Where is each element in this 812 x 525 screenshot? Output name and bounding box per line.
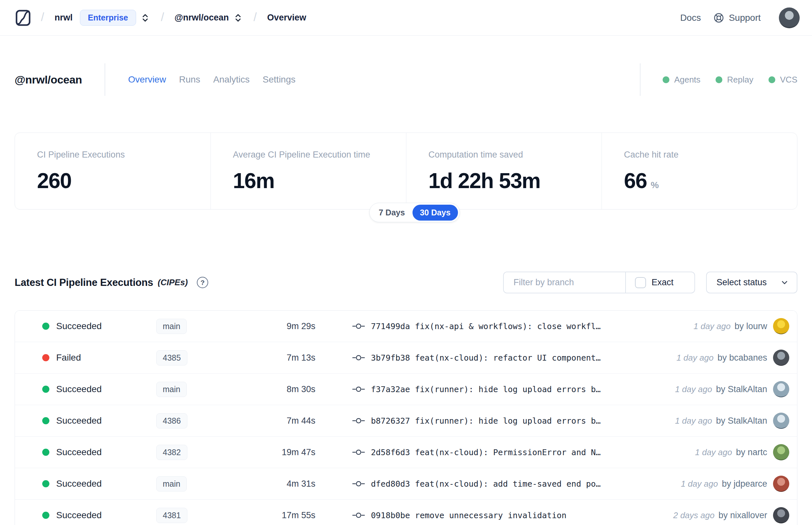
tab-settings[interactable]: Settings — [263, 74, 295, 85]
cipe-row[interactable]: Failed 4385 7m 13s 3b79fb38 feat(nx-clou… — [15, 342, 797, 374]
breadcrumb-page: Overview — [267, 13, 306, 23]
range-30-days-button[interactable]: 30 Days — [413, 205, 458, 221]
branch-badge[interactable]: 4385 — [156, 350, 187, 365]
author: by jdpearce — [722, 479, 767, 489]
breadcrumb-workspace[interactable]: @nrwl/ocean — [174, 13, 229, 23]
workspace-status-agents[interactable]: Agents — [663, 75, 701, 85]
cipe-row[interactable]: Succeeded main 8m 30s f37a32ae fix(runne… — [15, 374, 797, 405]
select-status-dropdown[interactable]: Select status — [706, 272, 797, 294]
branch-filter-input[interactable] — [504, 272, 625, 293]
exact-match-option: Exact — [626, 277, 694, 288]
author-avatar — [773, 444, 789, 460]
time-ago: 1 day ago — [681, 479, 718, 489]
cipe-duration: 4m 31s — [263, 479, 316, 489]
nx-cloud-overview-page: / nrwl Enterprise / @nrwl/ocean / Overvi… — [0, 0, 812, 525]
cipe-commit-cell: b8726327 fix(runner): hide log upload er… — [352, 416, 609, 425]
cipe-commit-cell: f37a32ae fix(runner): hide log upload er… — [352, 385, 609, 394]
select-status-label: Select status — [717, 278, 767, 287]
cipe-table: Succeeded main 9m 29s 771499da fix(nx-ap… — [15, 310, 797, 525]
status-label: Succeeded — [56, 384, 102, 394]
cipe-branch-cell: main — [156, 476, 263, 492]
time-ago: 2 days ago — [673, 510, 715, 521]
status-dot-icon — [42, 386, 49, 393]
cipe-row[interactable]: Succeeded 4382 19m 47s 2d58f6d3 feat(nx-… — [15, 437, 797, 468]
status-label: Succeeded — [56, 479, 102, 489]
cipe-commit-cell: 2d58f6d3 feat(nx-cloud): PermissionError… — [352, 448, 609, 457]
git-commit-icon — [352, 418, 365, 424]
author: by lourw — [734, 321, 767, 331]
author: by nixallover — [718, 510, 767, 521]
stat-value: 66% — [624, 168, 797, 193]
cipe-status-cell: Succeeded — [15, 447, 156, 457]
status-dot-icon — [716, 76, 722, 83]
author-avatar — [773, 476, 789, 492]
org-switcher-button[interactable] — [141, 12, 150, 24]
time-ago: 1 day ago — [693, 321, 731, 331]
status-label: Failed — [56, 352, 81, 363]
stat-computation-time-saved: Computation time saved 1d 22h 53m — [406, 133, 601, 209]
cipe-status-cell: Failed — [15, 352, 156, 363]
workspace-bar: @nrwl/ocean OverviewRunsAnalyticsSetting… — [0, 63, 812, 96]
status-dot-icon — [42, 417, 49, 424]
cipe-meta-cell: 1 day ago by bcabanes — [677, 349, 797, 366]
tab-analytics[interactable]: Analytics — [213, 74, 250, 85]
range-7-days-button[interactable]: 7 Days — [371, 205, 413, 221]
workspace-status-label: VCS — [780, 75, 797, 85]
branch-badge[interactable]: 4382 — [156, 445, 187, 460]
tab-runs[interactable]: Runs — [179, 74, 200, 85]
exact-checkbox[interactable] — [635, 277, 646, 288]
branch-badge[interactable]: main — [156, 319, 187, 334]
cipe-row[interactable]: Succeeded main 9m 29s 771499da fix(nx-ap… — [15, 311, 797, 342]
stat-label: Cache hit rate — [624, 150, 797, 160]
cipe-duration: 8m 30s — [263, 384, 316, 394]
author: by StalkAltan — [716, 384, 767, 394]
workspace-status-vcs[interactable]: VCS — [768, 75, 797, 85]
nx-cloud-logo[interactable] — [16, 10, 31, 26]
cipe-status-cell: Succeeded — [15, 510, 156, 521]
git-commit-icon — [352, 512, 365, 519]
cipe-status-cell: Succeeded — [15, 321, 156, 331]
commit-message: 3b79fb38 feat(nx-cloud): refactor UI com… — [371, 353, 600, 363]
cipe-commit-cell: dfed80d3 feat(nx-cloud): add time-saved … — [352, 479, 609, 489]
breadcrumb-separator: / — [41, 10, 44, 24]
stat-value: 16m — [233, 168, 406, 193]
cipe-row[interactable]: Succeeded 4381 17m 55s 0918b0be remove u… — [15, 500, 797, 525]
commit-message: 0918b0be remove unnecessary invalidation — [371, 511, 566, 520]
status-dot-icon — [42, 354, 49, 361]
support-label: Support — [729, 13, 761, 23]
time-ago: 1 day ago — [675, 384, 712, 394]
tab-overview[interactable]: Overview — [128, 74, 166, 85]
user-avatar[interactable] — [779, 7, 800, 28]
unfold-more-icon — [233, 12, 243, 24]
author-avatar — [773, 507, 789, 523]
workspace-status-replay[interactable]: Replay — [716, 75, 753, 85]
docs-link[interactable]: Docs — [680, 13, 701, 23]
git-commit-icon — [352, 449, 365, 455]
workspace-tabs: OverviewRunsAnalyticsSettings — [128, 74, 295, 85]
cipe-row[interactable]: Succeeded 4386 7m 44s b8726327 fix(runne… — [15, 405, 797, 437]
branch-badge[interactable]: 4386 — [156, 413, 187, 429]
breadcrumb-org[interactable]: nrwl — [55, 13, 73, 23]
help-icon[interactable]: ? — [197, 277, 208, 288]
stat-label: Average CI Pipeline Execution time — [233, 150, 406, 160]
cipe-meta-cell: 1 day ago by nartc — [695, 444, 797, 460]
workspace-switcher-button[interactable] — [233, 12, 243, 24]
branch-badge[interactable]: main — [156, 382, 187, 397]
divider — [640, 63, 641, 96]
cipe-meta-cell: 2 days ago by nixallover — [673, 507, 797, 523]
stat-average-execution-time: Average CI Pipeline Execution time 16m — [211, 133, 406, 209]
cipe-duration: 9m 29s — [263, 321, 316, 331]
enterprise-badge[interactable]: Enterprise — [80, 10, 136, 26]
commit-message: b8726327 fix(runner): hide log upload er… — [371, 416, 600, 425]
cipe-row[interactable]: Succeeded main 4m 31s dfed80d3 feat(nx-c… — [15, 468, 797, 500]
status-label: Succeeded — [56, 321, 102, 331]
time-ago: 1 day ago — [675, 416, 712, 426]
git-commit-icon — [352, 480, 365, 487]
support-link[interactable]: Support — [713, 12, 761, 24]
branch-badge[interactable]: main — [156, 476, 187, 492]
git-commit-icon — [352, 323, 365, 329]
cipe-duration: 19m 47s — [263, 447, 316, 457]
cipe-branch-cell: 4385 — [156, 350, 263, 365]
author-avatar — [773, 412, 789, 429]
branch-badge[interactable]: 4381 — [156, 508, 187, 523]
